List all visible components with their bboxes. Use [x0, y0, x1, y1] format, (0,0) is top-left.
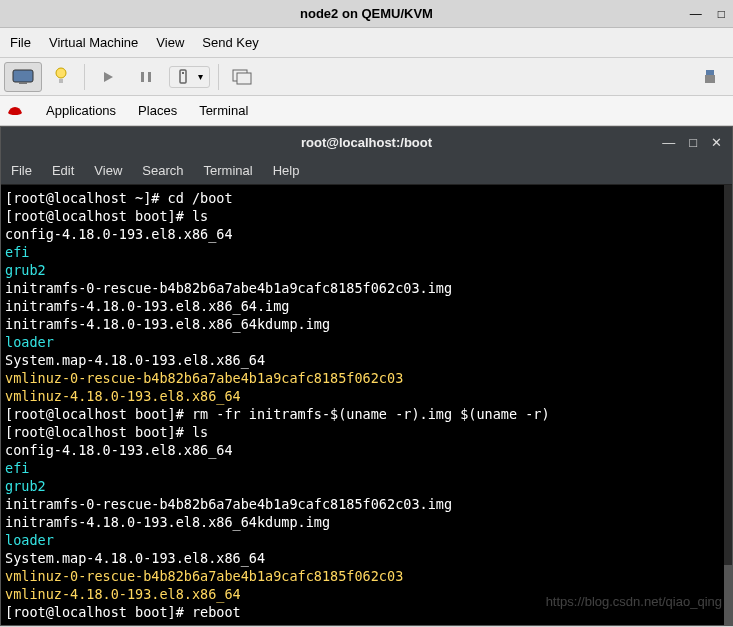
svg-rect-0 [13, 70, 33, 82]
scrollbar[interactable] [724, 185, 732, 625]
terminal-line: initramfs-0-rescue-b4b82b6a7abe4b1a9cafc… [5, 495, 728, 513]
terminal-line: efi [5, 459, 728, 477]
svg-rect-12 [705, 75, 715, 83]
terminal-line: vmlinuz-4.18.0-193.el8.x86_64 [5, 387, 728, 405]
menu-file[interactable]: File [10, 35, 31, 50]
maximize-icon[interactable]: □ [689, 135, 697, 150]
term-menu-help[interactable]: Help [273, 163, 300, 178]
terminal-line: config-4.18.0-193.el8.x86_64 [5, 441, 728, 459]
svg-rect-8 [182, 72, 184, 74]
svg-rect-10 [237, 73, 251, 84]
terminal-line: config-4.18.0-193.el8.x86_64 [5, 225, 728, 243]
vm-menu-bar: File Virtual Machine View Send Key [0, 28, 733, 58]
terminal-line: vmlinuz-0-rescue-b4b82b6a7abe4b1a9cafc81… [5, 369, 728, 387]
terminal-line: vmlinuz-0-rescue-b4b82b6a7abe4b1a9cafc81… [5, 567, 728, 585]
pause-icon[interactable] [127, 62, 165, 92]
scrollbar-thumb[interactable] [724, 565, 732, 625]
terminal-body[interactable]: [root@localhost ~]# cd /boot[root@localh… [1, 185, 732, 625]
minimize-icon[interactable]: — [690, 7, 702, 21]
terminal-line: loader [5, 531, 728, 549]
terminal-line: initramfs-4.18.0-193.el8.x86_64.img [5, 297, 728, 315]
svg-rect-1 [19, 82, 27, 84]
terminal-titlebar: root@localhost:/boot — □ ✕ [1, 127, 732, 157]
play-icon[interactable] [89, 62, 127, 92]
svg-rect-6 [148, 72, 151, 82]
terminal-title: root@localhost:/boot [301, 135, 432, 150]
svg-point-2 [56, 68, 66, 78]
svg-rect-7 [180, 70, 186, 83]
usb-icon[interactable] [691, 62, 729, 92]
menu-virtual-machine[interactable]: Virtual Machine [49, 35, 138, 50]
hostbar-terminal[interactable]: Terminal [199, 103, 248, 118]
menu-send-key[interactable]: Send Key [202, 35, 258, 50]
terminal-line: [root@localhost boot]# ls [5, 207, 728, 225]
term-menu-edit[interactable]: Edit [52, 163, 74, 178]
power-dropdown[interactable]: ▾ [169, 66, 210, 88]
hostbar-places[interactable]: Places [138, 103, 177, 118]
console-icon[interactable] [4, 62, 42, 92]
maximize-icon[interactable]: □ [718, 7, 725, 21]
menu-view[interactable]: View [156, 35, 184, 50]
terminal-line: [root@localhost ~]# cd /boot [5, 189, 728, 207]
terminal-line: [root@localhost boot]# rm -fr initramfs-… [5, 405, 728, 423]
terminal-line: grub2 [5, 477, 728, 495]
term-menu-search[interactable]: Search [142, 163, 183, 178]
term-menu-terminal[interactable]: Terminal [204, 163, 253, 178]
terminal-line: initramfs-0-rescue-b4b82b6a7abe4b1a9cafc… [5, 279, 728, 297]
terminal-window: root@localhost:/boot — □ ✕ File Edit Vie… [0, 126, 733, 626]
term-menu-file[interactable]: File [11, 163, 32, 178]
term-menu-view[interactable]: View [94, 163, 122, 178]
svg-rect-3 [59, 79, 63, 83]
terminal-menu-bar: File Edit View Search Terminal Help [1, 157, 732, 185]
vm-window-title: node2 on QEMU/KVM [300, 6, 433, 21]
fullscreen-icon[interactable] [223, 62, 261, 92]
terminal-line: [root@localhost boot]# ls [5, 423, 728, 441]
close-icon[interactable]: ✕ [711, 135, 722, 150]
svg-rect-5 [141, 72, 144, 82]
hostbar-applications[interactable]: Applications [46, 103, 116, 118]
vm-toolbar: ▾ [0, 58, 733, 96]
redhat-icon[interactable] [6, 103, 24, 119]
terminal-line: System.map-4.18.0-193.el8.x86_64 [5, 351, 728, 369]
terminal-line: initramfs-4.18.0-193.el8.x86_64kdump.img [5, 315, 728, 333]
terminal-line: efi [5, 243, 728, 261]
watermark: https://blog.csdn.net/qiao_qing [546, 593, 722, 611]
host-taskbar: Applications Places Terminal [0, 96, 733, 126]
minimize-icon[interactable]: — [662, 135, 675, 150]
vm-titlebar: node2 on QEMU/KVM — □ [0, 0, 733, 28]
terminal-line: loader [5, 333, 728, 351]
terminal-line: System.map-4.18.0-193.el8.x86_64 [5, 549, 728, 567]
svg-rect-11 [706, 70, 714, 75]
terminal-line: initramfs-4.18.0-193.el8.x86_64kdump.img [5, 513, 728, 531]
svg-marker-4 [104, 72, 113, 82]
terminal-line: grub2 [5, 261, 728, 279]
info-icon[interactable] [42, 62, 80, 92]
chevron-down-icon: ▾ [198, 71, 203, 82]
